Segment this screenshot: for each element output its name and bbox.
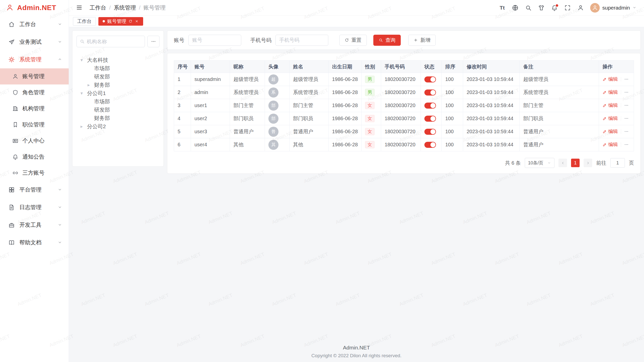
hamburger-menu-icon[interactable]: [76, 4, 83, 11]
more-actions-button[interactable]: [621, 129, 629, 134]
more-actions-button[interactable]: [621, 103, 629, 108]
status-toggle[interactable]: [424, 142, 436, 148]
cell-no: 2: [174, 86, 191, 99]
account-input[interactable]: [188, 35, 241, 46]
caret-right-icon[interactable]: ▸: [80, 124, 87, 129]
tree-node-label: 研发部: [94, 106, 110, 113]
theme-icon[interactable]: [538, 4, 545, 11]
sidebar-item-business-test[interactable]: 业务测试: [0, 33, 69, 51]
status-toggle[interactable]: [424, 89, 436, 96]
tree-node[interactable]: 研发部: [76, 106, 159, 114]
cell-remark: 普通用户: [520, 125, 599, 138]
header-actions: Tt: [499, 4, 584, 11]
tree-node[interactable]: 研发部: [76, 72, 159, 81]
breadcrumb: 工作台/系统管理/账号管理: [90, 4, 166, 12]
prev-page-button[interactable]: [558, 159, 567, 167]
status-toggle[interactable]: [424, 116, 436, 122]
phone-input[interactable]: [275, 35, 328, 46]
sidebar-item-personal-center[interactable]: 个人中心: [0, 133, 69, 149]
grid-icon: [8, 186, 15, 193]
chevron-down-icon: [58, 240, 63, 245]
edit-button[interactable]: 编辑: [602, 102, 618, 109]
column-header: 状态: [421, 61, 442, 73]
status-toggle[interactable]: [424, 103, 436, 109]
column-header: 手机号码: [381, 61, 421, 73]
org-tree-panel: ▾大名科技市场部研发部▸财务部▾分公司1市场部研发部财务部▸分公司2: [72, 30, 164, 167]
cell-nickname: 普通用户: [230, 125, 265, 138]
fullscreen-icon[interactable]: [564, 4, 571, 11]
tree-node[interactable]: 财务部: [76, 114, 159, 122]
sidebar-item-account-management[interactable]: 账号管理: [0, 68, 69, 84]
avatar[interactable]: [590, 3, 600, 13]
sidebar-item-workbench[interactable]: 工作台: [0, 16, 69, 33]
page-number-button[interactable]: 1: [571, 159, 580, 167]
edit-button[interactable]: 编辑: [602, 115, 618, 122]
cell-gender: 女: [361, 138, 381, 151]
caret-right-icon[interactable]: ▸: [88, 82, 94, 88]
cell-remark: 系统管理员: [520, 86, 599, 99]
sidebar-item-role-management[interactable]: 角色管理: [0, 84, 69, 101]
tree-node[interactable]: ▾分公司1: [76, 89, 159, 97]
org-search-input[interactable]: [87, 39, 142, 44]
brand-logo-icon: [6, 4, 14, 12]
more-actions-button[interactable]: [621, 77, 629, 81]
tab-account-management[interactable]: 账号管理: [98, 17, 143, 26]
edit-button[interactable]: 编辑: [602, 89, 618, 96]
tab-workbench[interactable]: 工作台: [73, 17, 96, 26]
sidebar-item-log-management[interactable]: 日志管理: [0, 199, 69, 216]
tree-node[interactable]: ▸分公司2: [76, 122, 159, 130]
cell-birthday: 1986-06-28: [329, 112, 361, 125]
sidebar-item-dev-tools[interactable]: 开发工具: [0, 216, 69, 234]
cell-nickname: 部门职员: [230, 112, 265, 125]
cell-remark: 普通用户: [520, 138, 599, 151]
profile-icon[interactable]: [577, 4, 584, 11]
tree-node[interactable]: 市场部: [76, 97, 159, 106]
status-toggle[interactable]: [424, 76, 436, 82]
tree-node[interactable]: ▸财务部: [76, 81, 159, 89]
sidebar-item-third-party-account[interactable]: 三方账号: [0, 165, 69, 181]
more-actions-button[interactable]: [621, 90, 629, 95]
org-more-button[interactable]: [147, 36, 159, 47]
refresh-icon[interactable]: [129, 19, 133, 23]
language-icon[interactable]: [512, 4, 519, 11]
main-content: ▾大名科技市场部研发部▸财务部▾分公司1市场部研发部财务部▸分公司2 账号 手机…: [69, 27, 644, 362]
sidebar-item-notice-announcement[interactable]: 通知公告: [0, 149, 69, 165]
notification-icon[interactable]: [551, 4, 558, 11]
search-button[interactable]: 查询: [373, 35, 401, 46]
goto-page-input[interactable]: [610, 158, 625, 168]
close-icon[interactable]: [135, 19, 139, 23]
next-page-button[interactable]: [584, 159, 592, 167]
brand: Admin.NET: [0, 0, 69, 16]
more-actions-button[interactable]: [621, 116, 629, 121]
chevron-down-icon: [58, 187, 63, 192]
add-button[interactable]: 新增: [408, 35, 436, 46]
tree-node[interactable]: 市场部: [76, 64, 159, 72]
cell-name: 超级管理员: [290, 73, 329, 86]
accounts-table-panel: 序号账号昵称头像姓名出生日期性别手机号码状态排序修改时间备注操作 1supera…: [167, 53, 641, 174]
edit-button[interactable]: 编辑: [602, 76, 618, 82]
sidebar-item-system-management[interactable]: 系统管理: [0, 51, 69, 68]
edit-button[interactable]: 编辑: [602, 141, 618, 148]
more-actions-button[interactable]: [621, 142, 629, 147]
sidebar-item-position-management[interactable]: 职位管理: [0, 117, 69, 133]
sidebar-item-help-docs[interactable]: 帮助文档: [0, 234, 69, 251]
font-size-icon[interactable]: Tt: [499, 4, 506, 11]
page-size-select[interactable]: 10条/页: [525, 158, 554, 168]
search-icon[interactable]: [525, 4, 532, 11]
sidebar-item-platform-management[interactable]: 平台管理: [0, 181, 69, 199]
caret-down-icon[interactable]: ▾: [80, 57, 87, 63]
cell-status: [421, 138, 442, 151]
cell-nickname: 超级管理员: [230, 73, 265, 86]
caret-down-icon[interactable]: ▾: [80, 90, 87, 96]
user-menu[interactable]: superadmin: [590, 3, 637, 13]
reset-button[interactable]: 重置: [339, 35, 367, 46]
status-toggle[interactable]: [424, 129, 436, 135]
breadcrumb-item[interactable]: 系统管理: [114, 4, 136, 12]
breadcrumb-item[interactable]: 工作台: [90, 4, 106, 12]
edit-button[interactable]: 编辑: [602, 128, 618, 135]
tree-node[interactable]: ▾大名科技: [76, 56, 159, 64]
org-tree: ▾大名科技市场部研发部▸财务部▾分公司1市场部研发部财务部▸分公司2: [76, 56, 159, 130]
cell-account: user3: [191, 125, 230, 138]
sidebar-item-organization-management[interactable]: 机构管理: [0, 101, 69, 117]
edit-button-label: 编辑: [608, 89, 618, 96]
